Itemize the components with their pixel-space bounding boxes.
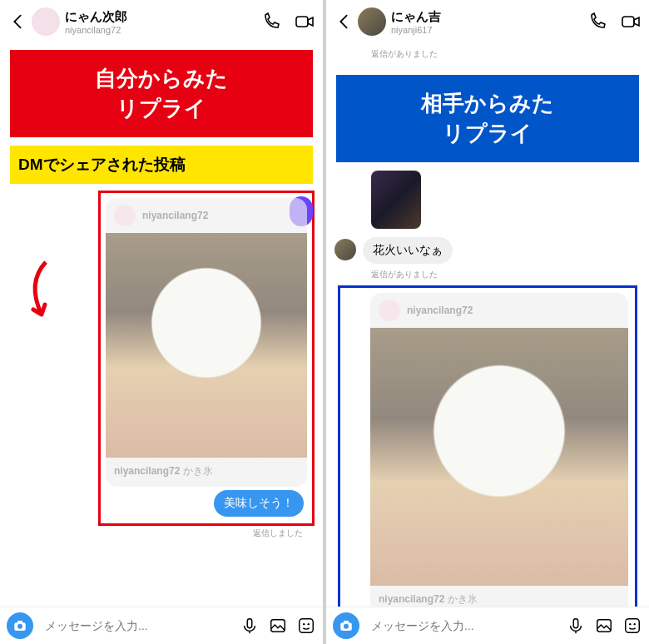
shared-post-header-left: niyancilang72 (106, 198, 307, 233)
shared-post-handle-right: niyancilang72 (407, 305, 473, 316)
mic-icon[interactable] (240, 616, 260, 636)
input-bar-right (326, 607, 649, 644)
svg-rect-14 (597, 620, 612, 632)
header-name-right: にゃん吉 (391, 9, 587, 25)
status-mid-right: 返信がありました (371, 269, 641, 280)
shared-post-avatar-left (114, 205, 136, 226)
avatar-right[interactable] (358, 7, 386, 36)
sticker-icon[interactable] (296, 616, 316, 636)
shared-post-image-right (370, 328, 628, 586)
svg-rect-4 (247, 619, 252, 628)
shared-post-handle-left: niyancilang72 (142, 210, 208, 221)
caption-user-right: niyancilang72 (379, 593, 444, 605)
header-text-right: にゃん吉 niyanji617 (391, 9, 587, 35)
reply-bubble-left[interactable]: 美味しそう！ (214, 490, 304, 517)
red-highlight-box: niyancilang72 niyancilang72かき氷 美味しそう！ (98, 191, 315, 526)
svg-point-16 (629, 623, 631, 625)
header-icons-right (587, 12, 641, 32)
header-handle-right: niyanji617 (391, 25, 587, 35)
image-icon[interactable] (594, 616, 614, 636)
header-name-left: にゃん次郎 (65, 9, 261, 25)
svg-point-17 (634, 623, 636, 625)
chat-area-left: 自分からみた リプライ DMでシェアされた投稿 niyancilang72 ni… (0, 43, 323, 607)
shared-post-image-left (106, 233, 307, 458)
msg-avatar-1-right (334, 239, 356, 260)
svg-rect-9 (622, 17, 634, 27)
input-bar-left (0, 607, 323, 644)
caption-text-right: かき氷 (448, 593, 478, 605)
svg-point-11 (344, 624, 349, 629)
shared-post-right[interactable]: niyancilang72 niyancilang72かき氷 (370, 293, 628, 607)
blue-highlight-box: niyancilang72 niyancilang72かき氷 美味しそう！ (338, 285, 637, 607)
caption-text-left: かき氷 (183, 465, 213, 477)
overlay-blue: 相手からみた リプライ (336, 75, 639, 162)
msg-row-1-right: 花火いいなぁ (334, 237, 641, 264)
reply-status-left: 返信しました (8, 528, 303, 539)
arrow-icon (17, 258, 75, 324)
header-right: にゃん吉 niyanji617 (326, 0, 649, 43)
shared-post-header-right: niyancilang72 (370, 293, 628, 328)
msg-bubble-1-right[interactable]: 花火いいなぁ (363, 237, 453, 264)
caption-user-left: niyancilang72 (114, 465, 180, 477)
message-input-right[interactable] (364, 614, 561, 637)
video-icon[interactable] (621, 12, 641, 32)
status-top-right: 返信がありました (371, 48, 641, 60)
svg-point-8 (308, 623, 310, 625)
svg-point-2 (17, 624, 22, 629)
svg-rect-5 (271, 620, 285, 632)
svg-rect-6 (300, 619, 314, 633)
overlay-yellow: DMでシェアされた投稿 (10, 146, 313, 184)
svg-rect-15 (626, 619, 640, 633)
svg-rect-3 (17, 621, 22, 623)
header-left: にゃん次郎 niyancilang72 (0, 0, 323, 43)
thumb-fragment-right (371, 171, 421, 229)
mic-icon[interactable] (566, 616, 586, 636)
header-handle-left: niyancilang72 (65, 25, 261, 35)
svg-rect-12 (344, 621, 349, 623)
svg-point-7 (303, 623, 305, 625)
chat-area-right: 返信がありました 相手からみた リプライ 花火いいなぁ 返信がありました niy… (326, 43, 649, 607)
video-icon[interactable] (295, 12, 315, 32)
header-icons-left (261, 12, 315, 32)
shared-post-left[interactable]: niyancilang72 niyancilang72かき氷 (106, 198, 307, 487)
container: にゃん次郎 niyancilang72 自分からみた リプライ DMでシェアされ… (0, 0, 649, 644)
reply-row-left: 美味しそう！ (102, 490, 304, 517)
shared-post-caption-left: niyancilang72かき氷 (106, 458, 307, 487)
phone-icon[interactable] (261, 12, 281, 32)
input-icons-right (566, 616, 642, 636)
phone-right: にゃん吉 niyanji617 返信がありました 相手からみた リプライ 花火い… (326, 0, 649, 644)
sticker-icon[interactable] (622, 616, 642, 636)
back-icon[interactable] (334, 12, 353, 31)
camera-button-left[interactable] (7, 612, 33, 639)
svg-rect-0 (296, 17, 308, 27)
image-icon[interactable] (268, 616, 288, 636)
input-icons-left (240, 616, 316, 636)
shared-post-caption-right: niyancilang72かき氷 (370, 586, 628, 607)
header-text-left: にゃん次郎 niyancilang72 (65, 9, 261, 35)
avatar-left[interactable] (32, 7, 60, 36)
back-icon[interactable] (8, 12, 27, 31)
phone-left: にゃん次郎 niyancilang72 自分からみた リプライ DMでシェアされ… (0, 0, 323, 644)
svg-rect-13 (573, 619, 578, 628)
shared-post-avatar-right (379, 300, 400, 321)
overlay-red: 自分からみた リプライ (10, 50, 313, 137)
camera-button-right[interactable] (333, 612, 359, 639)
phone-icon[interactable] (587, 12, 607, 32)
message-input-left[interactable] (38, 614, 235, 637)
